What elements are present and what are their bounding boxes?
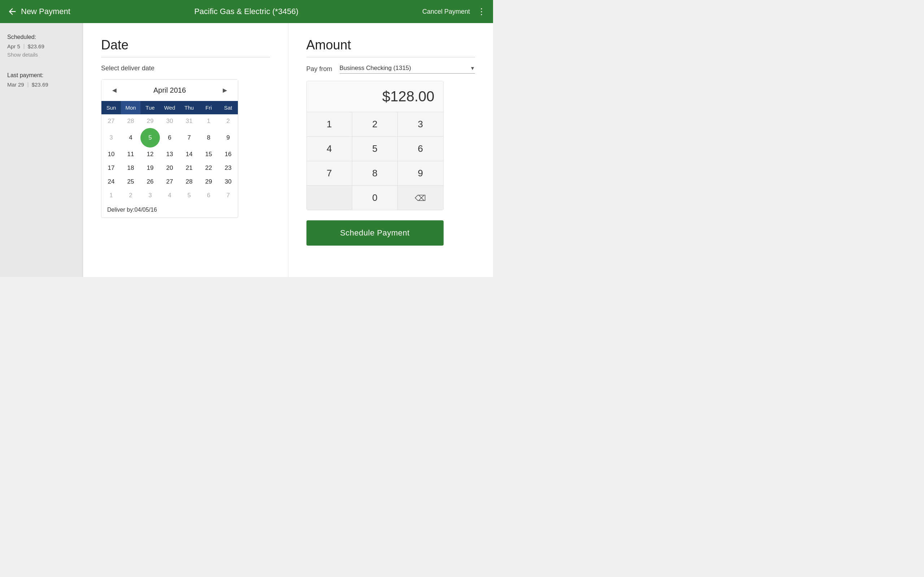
calendar-day[interactable]: 5 bbox=[141, 128, 160, 148]
calendar-day[interactable]: 14 bbox=[179, 148, 199, 161]
calendar-day[interactable]: 20 bbox=[160, 161, 179, 175]
select-date-label: Select deliver date bbox=[101, 64, 270, 72]
calendar-day[interactable]: 11 bbox=[121, 148, 141, 161]
pay-from-select[interactable]: Business Checking (1315) ▼ bbox=[340, 64, 475, 74]
calendar-day[interactable]: 16 bbox=[218, 148, 238, 161]
header: New Payment Pacific Gas & Electric (*345… bbox=[0, 0, 493, 23]
keypad-container: $128.00 1234567890⌫ bbox=[307, 81, 444, 210]
calendar-day[interactable]: 27 bbox=[102, 114, 121, 128]
calendar-day[interactable]: 19 bbox=[141, 161, 160, 175]
calendar-day[interactable]: 5 bbox=[179, 189, 199, 202]
schedule-btn-row: Schedule Payment bbox=[307, 220, 475, 246]
scheduled-amount: $23.69 bbox=[28, 43, 44, 49]
page-title: New Payment bbox=[21, 7, 70, 16]
calendar-day[interactable]: 17 bbox=[102, 161, 121, 175]
scheduled-date: Apr 5 bbox=[7, 43, 20, 49]
calendar-day-header-tue: Tue bbox=[141, 101, 160, 114]
keypad-0-button[interactable]: 0 bbox=[352, 186, 397, 210]
cancel-payment-button[interactable]: Cancel Payment bbox=[422, 8, 470, 16]
calendar-day[interactable]: 1 bbox=[199, 114, 218, 128]
keypad-2-button[interactable]: 2 bbox=[352, 112, 397, 136]
back-button[interactable]: New Payment bbox=[7, 6, 70, 16]
calendar-day[interactable]: 24 bbox=[102, 175, 121, 189]
calendar-day-header-wed: Wed bbox=[160, 101, 179, 114]
backspace-button[interactable]: ⌫ bbox=[398, 186, 443, 210]
calendar-day[interactable]: 25 bbox=[121, 175, 141, 189]
header-actions: Cancel Payment ⋮ bbox=[422, 6, 486, 16]
scheduled-value: Apr 5 $23.69 bbox=[7, 43, 76, 49]
deliver-by-date: 04/05/16 bbox=[135, 206, 157, 213]
calendar-day[interactable]: 7 bbox=[218, 189, 238, 202]
calendar-day-header-fri: Fri bbox=[199, 101, 218, 114]
keypad-6-button[interactable]: 6 bbox=[398, 137, 443, 161]
calendar-day[interactable]: 26 bbox=[141, 175, 160, 189]
scheduled-label: Scheduled: bbox=[7, 34, 76, 40]
calendar-day[interactable]: 30 bbox=[218, 175, 238, 189]
last-payment-amount: $23.69 bbox=[32, 82, 48, 88]
calendar-day[interactable]: 15 bbox=[199, 148, 218, 161]
deliver-by: Deliver by:04/05/16 bbox=[102, 202, 238, 218]
calendar-day[interactable]: 28 bbox=[179, 175, 199, 189]
scheduled-section: Scheduled: Apr 5 $23.69 Show details bbox=[7, 34, 76, 58]
divider2 bbox=[28, 82, 28, 87]
keypad-7-button[interactable]: 7 bbox=[307, 161, 352, 185]
calendar-day[interactable]: 21 bbox=[179, 161, 199, 175]
keypad-4-button[interactable]: 4 bbox=[307, 137, 352, 161]
divider bbox=[24, 44, 24, 49]
calendar-day[interactable]: 4 bbox=[121, 128, 141, 148]
calendar-grid: SunMonTueWedThuFriSat2728293031123456789… bbox=[102, 101, 238, 202]
keypad-1-button[interactable]: 1 bbox=[307, 112, 352, 136]
dropdown-arrow-icon: ▼ bbox=[470, 65, 475, 71]
backspace-icon: ⌫ bbox=[415, 193, 426, 203]
calendar-day[interactable]: 22 bbox=[199, 161, 218, 175]
calendar-day[interactable]: 27 bbox=[160, 175, 179, 189]
amount-section-title: Amount bbox=[307, 37, 475, 53]
keypad-9-button[interactable]: 9 bbox=[398, 161, 443, 185]
next-month-button[interactable]: ► bbox=[218, 85, 232, 96]
calendar-day-header-mon: Mon bbox=[121, 101, 141, 114]
calendar-day[interactable]: 23 bbox=[218, 161, 238, 175]
calendar-day-header-sat: Sat bbox=[218, 101, 238, 114]
calendar-day[interactable]: 9 bbox=[218, 128, 238, 148]
calendar-day[interactable]: 2 bbox=[218, 114, 238, 128]
calendar-day[interactable]: 2 bbox=[121, 189, 141, 202]
keypad-5-button[interactable]: 5 bbox=[352, 137, 397, 161]
calendar-day[interactable]: 13 bbox=[160, 148, 179, 161]
keypad: 1234567890⌫ bbox=[307, 112, 443, 210]
calendar-day[interactable]: 18 bbox=[121, 161, 141, 175]
main-layout: Scheduled: Apr 5 $23.69 Show details Las… bbox=[0, 23, 493, 277]
content-area: Date Select deliver date ◄ April 2016 ► … bbox=[83, 23, 493, 277]
deliver-by-label: Deliver by: bbox=[107, 206, 135, 213]
schedule-payment-button[interactable]: Schedule Payment bbox=[307, 220, 444, 246]
calendar-day[interactable]: 28 bbox=[121, 114, 141, 128]
pay-from-label: Pay from bbox=[307, 65, 333, 73]
amount-divider bbox=[307, 57, 475, 57]
calendar-day[interactable]: 3 bbox=[102, 128, 121, 148]
calendar-day[interactable]: 6 bbox=[160, 128, 179, 148]
keypad-8-button[interactable]: 8 bbox=[352, 161, 397, 185]
prev-month-button[interactable]: ◄ bbox=[107, 85, 122, 96]
calendar-day[interactable]: 29 bbox=[141, 114, 160, 128]
calendar-day[interactable]: 30 bbox=[160, 114, 179, 128]
calendar-day[interactable]: 8 bbox=[199, 128, 218, 148]
back-icon bbox=[7, 6, 17, 16]
calendar-day[interactable]: 10 bbox=[102, 148, 121, 161]
calendar-day-header-sun: Sun bbox=[102, 101, 121, 114]
calendar-day[interactable]: 6 bbox=[199, 189, 218, 202]
calendar-day[interactable]: 31 bbox=[179, 114, 199, 128]
calendar-header: ◄ April 2016 ► bbox=[102, 80, 238, 101]
last-payment-date: Mar 29 bbox=[7, 82, 24, 88]
more-options-icon[interactable]: ⋮ bbox=[477, 6, 486, 16]
calendar-day[interactable]: 29 bbox=[199, 175, 218, 189]
calendar-day-header-thu: Thu bbox=[179, 101, 199, 114]
show-details-link[interactable]: Show details bbox=[7, 52, 76, 58]
calendar-day[interactable]: 7 bbox=[179, 128, 199, 148]
calendar-day[interactable]: 3 bbox=[141, 189, 160, 202]
amount-section: Amount Pay from Business Checking (1315)… bbox=[288, 23, 493, 277]
sidebar: Scheduled: Apr 5 $23.69 Show details Las… bbox=[0, 23, 83, 277]
calendar-day[interactable]: 1 bbox=[102, 189, 121, 202]
keypad-3-button[interactable]: 3 bbox=[398, 112, 443, 136]
empty-key bbox=[307, 186, 352, 210]
calendar-day[interactable]: 4 bbox=[160, 189, 179, 202]
calendar-day[interactable]: 12 bbox=[141, 148, 160, 161]
